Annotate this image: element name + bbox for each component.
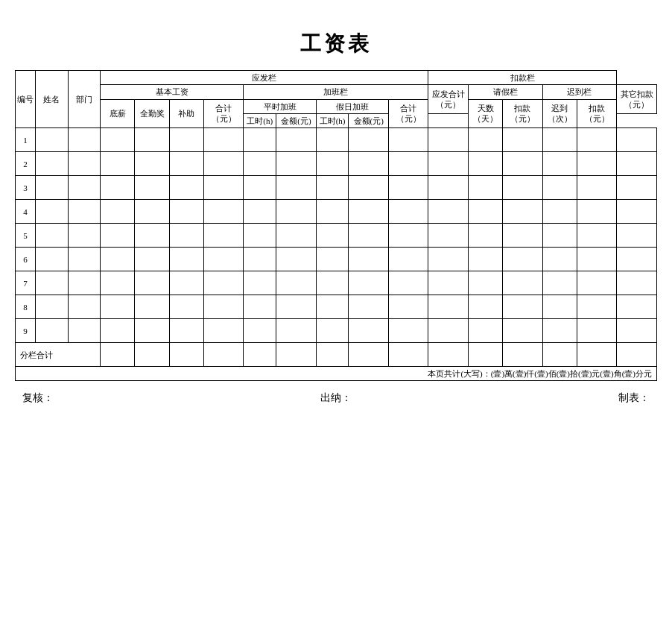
section-koukuan: 扣款栏 (428, 71, 617, 85)
header-qita: 其它扣款（元） (617, 85, 657, 114)
row-1-quanqin (135, 128, 169, 152)
row-1-dixin (101, 128, 135, 152)
table-row: 8 (16, 295, 657, 319)
page: 工资表 编号 姓名 部门 应发栏 扣款栏 基本工资 加班栏 应发合计（元） 请假… (15, 30, 657, 603)
header-pt-gongshi: 工时(h) (244, 113, 276, 127)
page-total-row: 本页共计(大写)：(壹)萬(壹)仟(壹)佰(壹)拾(壹)元(壹)角(壹)分元 (16, 367, 657, 381)
section-yingfa: 应发栏 (101, 71, 428, 85)
signature-fuhe: 复核： (22, 391, 54, 405)
row-1-jr-je (349, 128, 389, 152)
row-1-dept (68, 128, 101, 152)
table-row: 3 (16, 176, 657, 200)
header-yingfa-heji: 应发合计（元） (428, 85, 469, 114)
table-row: 7 (16, 271, 657, 295)
row-1-jiaban-heji (388, 128, 428, 152)
table-row: 6 (16, 248, 657, 271)
header-jr-gongshi: 工时(h) (316, 113, 349, 127)
subtotal-label: 分栏合计 (16, 343, 101, 367)
row-1-qt-kk (617, 128, 657, 152)
table-row: 2 (16, 152, 657, 176)
header-bianhao: 编号 (16, 71, 36, 128)
section-qingjia: 请假栏 (468, 85, 542, 99)
table-row: 4 (16, 200, 657, 224)
header-qj-koukuan: 扣款（元） (503, 99, 543, 128)
row-1-cd-cs (542, 128, 577, 152)
header-xingming: 姓名 (35, 71, 68, 128)
signature-chuna: 出纳： (320, 391, 352, 405)
page-total: 本页共计(大写)：(壹)萬(壹)仟(壹)佰(壹)拾(壹)元(壹)角(壹)分元 (16, 367, 657, 381)
row-1-yingfa-heji (428, 128, 469, 152)
header-cd-koukuan: 扣款（元） (577, 99, 617, 128)
row-1-num: 1 (16, 128, 36, 152)
row-1-qj-ts (468, 128, 502, 152)
wage-table: 编号 姓名 部门 应发栏 扣款栏 基本工资 加班栏 应发合计（元） 请假栏 迟到… (15, 70, 657, 381)
row-1-pt-gs (244, 128, 276, 152)
row-1-cd-kk (577, 128, 617, 152)
table-row: 5 (16, 224, 657, 248)
subtotal-row: 分栏合计 (16, 343, 657, 367)
section-jiaban: 加班栏 (244, 85, 428, 99)
section-jiben: 基本工资 (101, 85, 244, 99)
header-qj-tianshu: 天数（天） (468, 99, 502, 128)
table-row: 9 (16, 319, 657, 343)
row-1-pt-je (276, 128, 317, 152)
header-cd-cishu: 迟到（次） (542, 99, 577, 128)
section-chidao: 迟到栏 (542, 85, 617, 99)
row-1-name (35, 128, 68, 152)
signature-zhizhi: 制表： (618, 391, 650, 405)
section-pingshi: 平时加班 (244, 99, 316, 113)
section-jiari: 假日加班 (316, 99, 388, 113)
header-buzhu: 补助 (169, 99, 203, 128)
row-1-jiben-heji (203, 128, 244, 152)
header-jr-jine: 金额(元) (349, 113, 389, 127)
header-quanqin: 全勤奖 (135, 99, 169, 128)
row-1-jr-gs (316, 128, 349, 152)
page-title: 工资表 (15, 30, 657, 58)
row-1-qj-kk (503, 128, 543, 152)
header-dixin: 底薪 (101, 99, 135, 128)
header-pt-jine: 金额(元) (276, 113, 317, 127)
signatures-row: 复核： 出纳： 制表： (15, 391, 657, 405)
header-jiaban-heji: 合计（元） (388, 99, 428, 128)
header-bumen: 部门 (68, 71, 101, 128)
table-row: 1 (16, 128, 657, 152)
row-1-buzhu (169, 128, 203, 152)
header-jiben-heji: 合计（元） (203, 99, 244, 128)
